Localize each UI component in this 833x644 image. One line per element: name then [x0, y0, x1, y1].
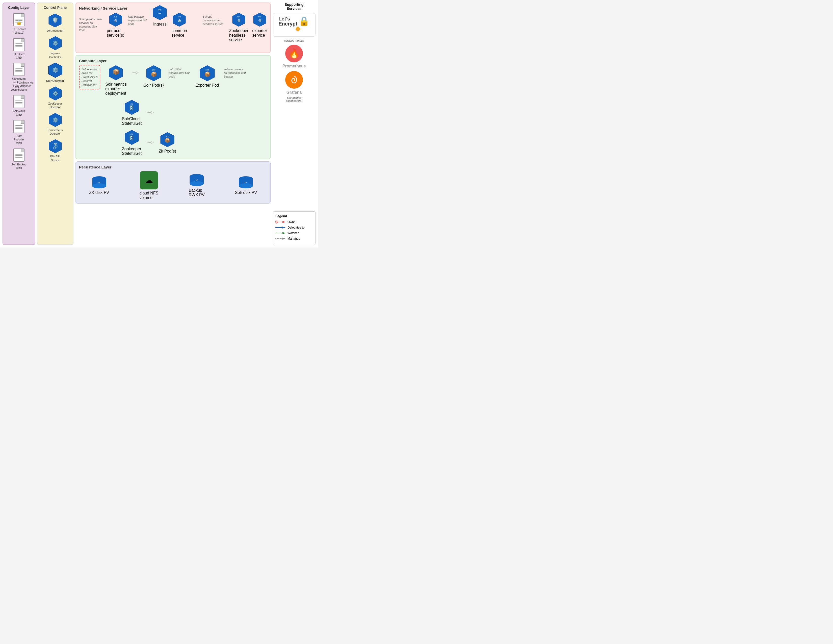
- scrapes-metrics-note: scrapes metrics: [273, 39, 315, 42]
- legend-title: Legend: [275, 214, 313, 218]
- svg-text:pod: pod: [166, 135, 169, 137]
- exporter-pod-component: pod 📦 Exporter Pod: [195, 65, 219, 88]
- tls-secret-label: TLS secret(pkcs12): [12, 27, 26, 35]
- cert-manager-icon: 🛡️: [48, 13, 62, 28]
- svg-text:🛡️: 🛡️: [52, 17, 58, 23]
- svg-text:⚙️: ⚙️: [53, 91, 58, 96]
- svg-marker-64: [283, 221, 286, 223]
- per-pod-service-component: svc ⊕ per podservice(s): [107, 12, 124, 38]
- compute-row2: sts 🗄 SolrCloudStatefulSet ····>: [122, 100, 267, 126]
- zookeeper-operator-label: ZooKeeperOperator: [48, 102, 62, 109]
- svg-text:↔: ↔: [158, 11, 162, 16]
- legend-owns: Owns: [275, 220, 313, 224]
- tls-cert-crd-icon: [13, 38, 24, 51]
- compute-row3: sts 🗄 ZookeeperStatefulSet ····> pod 📦 Z…: [122, 130, 267, 156]
- exporter-service-icon: svc ⊕: [252, 12, 267, 27]
- compute-content: Solr operatorowns theStatefulSet &Export…: [79, 65, 267, 96]
- solr-operator-label: Solr Operator: [46, 79, 64, 82]
- center-area: Networking / Service Layer Solr operator…: [76, 3, 270, 245]
- solrcloud-statefulset-label: SolrCloudStatefulSet: [122, 117, 142, 126]
- backup-rwx-pv-component: pv BackupRWX PV: [189, 174, 205, 197]
- legend: Legend Owns Delegates to: [273, 211, 315, 245]
- grafana-icon: [285, 71, 303, 89]
- zk-headless-label: Zookeeperheadlessservice: [229, 29, 249, 42]
- exporter-service-component: svc ⊕ exporterservice: [252, 12, 267, 38]
- configmap-icon: [13, 63, 24, 76]
- lets-text: Let's: [278, 16, 297, 21]
- cloud-nfs-component: ☁ cloud NFSvolume: [140, 171, 159, 200]
- exporter-pod-icon: pod 📦: [199, 65, 215, 82]
- backup-rwx-pv-label: BackupRWX PV: [189, 188, 205, 197]
- solr-backup-crd-icon: [13, 148, 24, 162]
- volume-mounts-note: volume mounts for index files and backup: [224, 68, 247, 78]
- svg-text:⊕: ⊕: [114, 18, 117, 23]
- tls-cert-crd-component: TLS CertCRD: [13, 38, 24, 60]
- svg-text:sts: sts: [130, 133, 133, 135]
- zk-pods-icon: pod 📦: [159, 132, 175, 148]
- legend-manages: Manages: [275, 237, 313, 241]
- zk-statefulset-icon: sts 🗄: [124, 130, 140, 145]
- supporting-services: SupportingServices Let's Encrypt 🔒: [273, 3, 315, 245]
- prom-exporter-crd-icon: [13, 120, 24, 133]
- grafana-label: Grafana: [286, 90, 302, 95]
- zk-statefulset-component: sts 🗄 ZookeeperStatefulSet: [122, 130, 142, 156]
- zk-disk-pv-icon: pv: [92, 176, 107, 189]
- per-pod-service-label: per podservice(s): [107, 29, 124, 38]
- exporter-service-label: exporterservice: [252, 29, 267, 38]
- solr-disk-pv-component: pv Solr disk PV: [235, 176, 257, 195]
- prometheus-icon: 🔥: [285, 45, 303, 63]
- svg-marker-71: [283, 238, 286, 240]
- solr-operator-component: ⚙️ Solr Operator: [46, 63, 64, 82]
- svg-point-51: [190, 181, 204, 186]
- legend-delegates-label: Delegates to: [288, 226, 304, 229]
- svg-point-47: [92, 184, 106, 188]
- common-service-component: svc ⊕ commonservice: [171, 12, 187, 38]
- svg-text:🗄: 🗄: [130, 135, 134, 141]
- svg-text:⚙️: ⚙️: [52, 67, 58, 73]
- solr-pods-label: Solr Pod(s): [144, 83, 164, 88]
- common-service-label: commonservice: [171, 29, 187, 38]
- ingress-controller-icon: ⚙️: [48, 36, 63, 50]
- prometheus-label: Prometheus: [283, 64, 306, 68]
- svg-text:📦: 📦: [204, 71, 210, 77]
- compute-layer: Compute Layer Solr operatorowns theState…: [76, 55, 270, 159]
- svg-text:svc: svc: [258, 16, 261, 18]
- config-layer-title: Config Layer: [8, 6, 30, 10]
- arrow-right-2: ····>: [147, 110, 153, 115]
- legend-watches: Watches: [275, 231, 313, 235]
- solr-pods-component: pod 📦 Solr Pod(s): [144, 65, 164, 88]
- lock-overlay: 🔒: [16, 20, 22, 25]
- control-plane-title: Control Plane: [43, 6, 67, 10]
- prom-exporter-crd-label: PromExporterCRD: [14, 134, 24, 145]
- metrics-exporter-component: 📦 Solr metricsexporterdeployment: [105, 65, 127, 96]
- prometheus-operator-label: PrometheusOperator: [48, 128, 63, 135]
- legend-delegates: Delegates to: [275, 225, 313, 230]
- k8s-api-server-label: K8s APIServer: [50, 155, 60, 162]
- svg-text:pv: pv: [196, 179, 198, 181]
- zk-pods-component: pod 📦 Zk Pod(s): [159, 132, 176, 153]
- watches-annotation: watches for changes: [16, 81, 36, 87]
- solrcloud-crd-label: SolrCloudCRD: [13, 109, 25, 116]
- cert-manager-component: 🛡️ cert-manager: [47, 13, 63, 32]
- svg-text:🗄: 🗄: [130, 106, 134, 111]
- svg-text:pv: pv: [245, 181, 247, 184]
- svg-text:svc: svc: [114, 16, 117, 18]
- metrics-exporter-icon: 📦: [108, 65, 124, 80]
- cert-manager-label: cert-manager: [47, 29, 63, 32]
- config-layer: Config Layer 🔒 TLS secret(pkcs12): [3, 3, 35, 245]
- tls-secret-icon: 🔒: [13, 13, 24, 26]
- prom-exporter-crd-component: PromExporterCRD: [13, 120, 24, 145]
- svg-text:api: api: [53, 142, 57, 145]
- svg-point-62: [288, 74, 300, 85]
- svg-text:⚙️: ⚙️: [53, 117, 58, 123]
- svg-text:⊕: ⊕: [178, 18, 181, 23]
- legend-owns-label: Owns: [288, 220, 295, 224]
- supporting-title: SupportingServices: [273, 3, 315, 11]
- svg-text:⊕: ⊕: [258, 18, 261, 23]
- svg-text:⚙️: ⚙️: [53, 40, 58, 46]
- svg-text:svc: svc: [178, 16, 181, 18]
- zk-disk-pv-component: pv ZK disk PV: [89, 176, 109, 195]
- k8s-api-server-icon: api 🔗: [48, 139, 63, 153]
- pull-json-note: pull JSON metrics from Solr pods: [169, 68, 190, 78]
- svg-text:🔗: 🔗: [53, 145, 58, 150]
